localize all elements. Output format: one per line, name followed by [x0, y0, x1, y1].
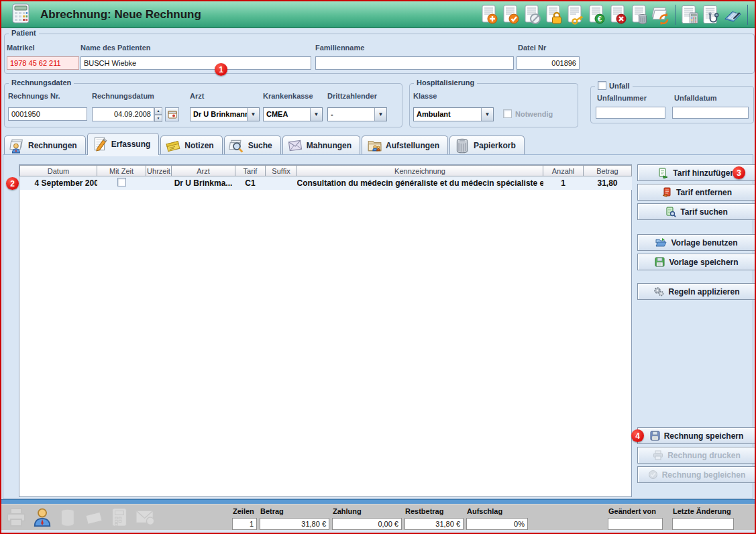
- col-header-tarif[interactable]: Tarif: [235, 166, 266, 176]
- tab-suche[interactable]: Suche: [224, 136, 281, 155]
- envelope-icon: [287, 138, 303, 154]
- euro-invoice-icon[interactable]: €: [586, 4, 606, 25]
- tarif-table-viewport: Datum Mit Zeit Uhrzeit Arzt Tarif Suffix…: [19, 164, 632, 497]
- envelope-search-icon[interactable]: [134, 507, 157, 527]
- chevron-down-icon[interactable]: ▼: [374, 108, 386, 121]
- chevron-down-icon[interactable]: ▼: [481, 108, 493, 121]
- search-tarif-icon: [665, 207, 676, 217]
- regeln-applizieren-button[interactable]: Regeln applizieren: [637, 283, 756, 300]
- tab-rechnungen[interactable]: Rechnungen: [4, 136, 86, 155]
- rechnungsdatum-field[interactable]: 04.09.2008: [92, 107, 154, 121]
- print-icon[interactable]: [5, 507, 27, 527]
- date-spinner[interactable]: ▲▼: [154, 107, 162, 121]
- krankenkasse-combo[interactable]: CMEA ▼: [263, 107, 323, 121]
- tab-notizen[interactable]: Notizen: [160, 136, 222, 155]
- trash-icon: [454, 138, 470, 154]
- tab-erfassung[interactable]: Erfassung: [87, 133, 160, 155]
- remove-tarif-icon: [661, 187, 672, 198]
- col-header-uhrzeit[interactable]: Uhrzeit: [146, 166, 172, 176]
- unfall-label: Unfall: [609, 82, 630, 90]
- tab-label: Mahnungen: [307, 141, 352, 150]
- col-header-datum[interactable]: Datum: [20, 166, 97, 176]
- gears-icon: [653, 286, 664, 297]
- checkbook-icon[interactable]: [723, 4, 743, 25]
- note-status-icon[interactable]: [83, 507, 105, 527]
- col-header-kennzeichnung[interactable]: Kennzeichnung: [297, 166, 543, 176]
- tarif-entfernen-button[interactable]: Tarif entfernen: [637, 184, 756, 201]
- krankenkasse-label: Krankenkasse: [263, 92, 313, 100]
- betrag-field: 31,80 €: [260, 518, 329, 530]
- unfalldatum-field[interactable]: [672, 107, 749, 119]
- rechnungsdatum-label: Rechnungsdatum: [92, 92, 154, 100]
- status-icons: [5, 506, 157, 528]
- matrikel-field[interactable]: 1978 45 62 211: [7, 56, 79, 70]
- tab-aufstellungen[interactable]: Aufstellungen: [362, 136, 448, 155]
- datei-nr-field[interactable]: 001896: [517, 56, 580, 70]
- notwendig-checkbox[interactable]: [503, 109, 512, 118]
- tab-mahnungen[interactable]: Mahnungen: [282, 136, 360, 155]
- tarif-suchen-button[interactable]: Tarif suchen: [637, 203, 756, 220]
- delete-invoice-icon[interactable]: [608, 4, 627, 25]
- calendar-button[interactable]: [165, 107, 179, 121]
- key-invoice-icon[interactable]: [565, 4, 584, 25]
- matrikel-label: Matrikel: [7, 44, 35, 52]
- refresh-invoices-icon[interactable]: [651, 4, 670, 25]
- medical-record-icon[interactable]: [702, 4, 721, 25]
- familienname-label: Familienname: [315, 44, 364, 52]
- familienname-field[interactable]: [315, 56, 514, 70]
- rechnung-drucken-button[interactable]: Rechnung drucken: [637, 447, 756, 464]
- tab-label: Erfassung: [111, 140, 151, 149]
- rechnung-speichern-button[interactable]: Rechnung speichern: [637, 427, 756, 444]
- patient-name-field[interactable]: BUSCH Wiebke: [80, 56, 311, 70]
- zahlung-field: 0,00 €: [332, 518, 402, 530]
- klasse-combo[interactable]: Ambulant ▼: [413, 107, 494, 121]
- col-header-betrag[interactable]: Betrag: [584, 166, 632, 176]
- tab-label: Notizen: [184, 141, 213, 150]
- status-bar: Zeilen 1 Betrag 31,80 € Zahlung 0,00 € R…: [1, 499, 755, 533]
- tab-papierkorb[interactable]: Papierkorb: [449, 136, 525, 155]
- arzt-label: Arzt: [190, 92, 204, 100]
- chevron-down-icon[interactable]: ▼: [310, 108, 322, 121]
- unfall-checkbox[interactable]: [598, 81, 606, 90]
- arzt-combo-value: Dr U Brinkmann: [191, 108, 247, 121]
- drittzahlender-combo[interactable]: - ▼: [327, 107, 387, 121]
- rechnung-begleichen-button[interactable]: Rechnung begleichen: [637, 466, 756, 483]
- open-folder-icon: [655, 237, 667, 248]
- chevron-down-icon[interactable]: ▼: [247, 108, 259, 121]
- annotation-badge-2: 2: [6, 177, 19, 190]
- drittzahlender-label: Drittzahlender: [327, 92, 377, 100]
- new-invoice-icon[interactable]: [479, 4, 498, 25]
- patient-icon[interactable]: [32, 506, 52, 528]
- invoice-calculator-icon[interactable]: [680, 4, 700, 25]
- trash-status-icon[interactable]: [58, 506, 78, 528]
- toolbar-separator: [747, 5, 748, 25]
- calculator-status-icon[interactable]: [110, 506, 129, 528]
- col-header-mit-zeit[interactable]: Mit Zeit: [97, 166, 146, 176]
- cancel-invoice-icon[interactable]: [522, 4, 541, 25]
- vorlage-benutzen-button[interactable]: Vorlage benutzen: [637, 234, 756, 251]
- arzt-combo[interactable]: Dr U Brinkmann ▼: [190, 107, 260, 121]
- klasse-combo-value: Ambulant: [414, 108, 481, 121]
- spinner-down-icon[interactable]: ▼: [154, 115, 162, 122]
- toolbar: €: [479, 4, 755, 25]
- col-header-suffix[interactable]: Suffix: [266, 166, 297, 176]
- trash-invoice-icon[interactable]: [629, 4, 649, 25]
- validate-invoice-icon[interactable]: [500, 4, 520, 25]
- mit-zeit-checkbox[interactable]: [117, 178, 126, 186]
- add-tarif-icon: [658, 168, 669, 178]
- lock-invoice-icon[interactable]: [543, 4, 563, 25]
- letzte-aenderung-label: Letzte Änderung: [673, 507, 731, 515]
- vorlage-speichern-button[interactable]: Vorlage speichern: [637, 254, 756, 270]
- tab-bar: Rechnungen Erfassung Notizen Suche Mahnu…: [4, 133, 526, 155]
- unfallnummer-field[interactable]: [596, 107, 665, 119]
- aufschlag-label: Aufschlag: [467, 507, 502, 515]
- cell-betrag: 31,80: [584, 176, 632, 190]
- col-header-arzt[interactable]: Arzt: [172, 166, 235, 176]
- rechnungs-nr-field[interactable]: 0001950: [8, 107, 87, 121]
- table-row[interactable]: 4 September 2008 Dr U Brinkma... C1 Cons…: [20, 176, 632, 190]
- spinner-up-icon[interactable]: ▲: [154, 107, 162, 115]
- tab-label: Aufstellungen: [386, 141, 439, 150]
- col-header-anzahl[interactable]: Anzahl: [543, 166, 584, 176]
- letzte-aenderung-field: [672, 518, 734, 530]
- button-label: Regeln applizieren: [668, 287, 739, 297]
